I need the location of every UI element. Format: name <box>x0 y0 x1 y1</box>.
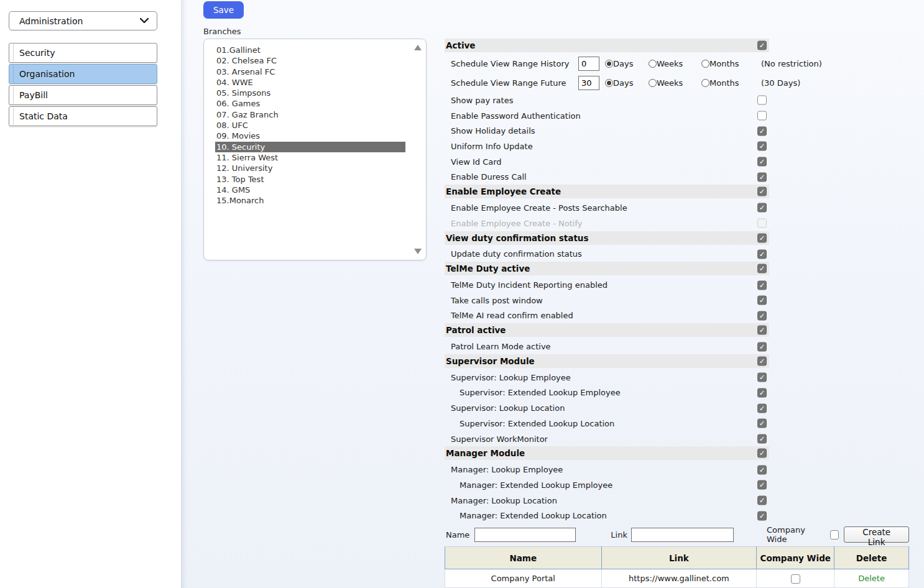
section-header-label: Manager Module <box>446 448 525 458</box>
scroll-up-icon[interactable] <box>414 45 422 50</box>
setting-label: Uniform Info Update <box>451 142 533 151</box>
setting-row: Supervisor: Extended Lookup Location <box>445 416 769 431</box>
link-name-cell: Company Portal <box>445 569 602 588</box>
radio-option-months: Months <box>701 59 739 68</box>
setting-checkbox[interactable] <box>757 511 767 520</box>
section-checkbox[interactable] <box>757 233 767 242</box>
delete-link[interactable]: Delete <box>858 574 885 583</box>
column-header-name: Name <box>445 547 602 569</box>
radio-label: Weeks <box>657 78 683 88</box>
section-checkbox[interactable] <box>757 187 767 196</box>
setting-checkbox[interactable] <box>757 296 767 305</box>
sidebar-item-static-data[interactable]: Static Data <box>9 106 157 126</box>
setting-label: Show pay rates <box>451 96 513 105</box>
module-dropdown[interactable]: Administration <box>9 11 157 30</box>
branch-list-item[interactable]: 13. Top Test <box>215 174 405 185</box>
setting-label: Enable Employee Create - Posts Searchabl… <box>451 203 627 213</box>
name-label: Name <box>446 530 469 540</box>
section-checkbox[interactable] <box>757 449 767 458</box>
setting-checkbox[interactable] <box>757 388 767 397</box>
setting-checkbox[interactable] <box>757 203 767 213</box>
setting-checkbox[interactable] <box>757 496 767 505</box>
setting-label: Supervisor: Extended Lookup Location <box>460 419 614 428</box>
sidebar-item-organisation[interactable]: Organisation <box>9 64 157 84</box>
branch-list-item[interactable]: 15.Monarch <box>215 195 405 206</box>
branch-list-item[interactable]: 01.Gallinet <box>215 45 405 55</box>
sidebar-item-security[interactable]: Security <box>9 43 157 63</box>
branch-list-item[interactable]: 05. Simpsons <box>215 88 405 98</box>
setting-checkbox[interactable] <box>757 142 767 151</box>
save-button[interactable]: Save <box>203 1 244 19</box>
setting-checkbox[interactable] <box>757 280 767 290</box>
setting-checkbox[interactable] <box>757 249 767 259</box>
setting-label: Update duty confirmation status <box>451 249 582 259</box>
branch-list-item[interactable]: 09. Movies <box>215 131 405 141</box>
branch-list-item[interactable]: 07. Gaz Branch <box>215 109 405 120</box>
setting-row: View Id Card <box>445 154 769 170</box>
setting-label: Patrol Learn Mode active <box>451 342 551 351</box>
setting-checkbox[interactable] <box>757 126 767 136</box>
setting-checkbox[interactable] <box>757 419 767 428</box>
radio-weeks[interactable] <box>649 79 657 87</box>
company-wide-cell <box>757 569 834 588</box>
branch-list-item[interactable]: 14. GMS <box>215 185 405 195</box>
link-input[interactable] <box>631 528 734 542</box>
section-checkbox[interactable] <box>757 264 767 273</box>
delete-cell: Delete <box>834 569 909 588</box>
setting-checkbox[interactable] <box>757 96 767 105</box>
setting-row: Supervisor: Lookup Employee <box>445 370 769 385</box>
setting-checkbox[interactable] <box>757 373 767 382</box>
setting-checkbox[interactable] <box>757 111 767 121</box>
section-checkbox[interactable] <box>757 356 767 365</box>
page: Administration SecurityOrganisationPayBi… <box>0 0 924 588</box>
range-value-input[interactable] <box>578 57 599 71</box>
setting-checkbox[interactable] <box>757 157 767 167</box>
setting-checkbox[interactable] <box>757 480 767 490</box>
setting-row: Enable Password Authentication <box>445 108 769 124</box>
branch-list-item[interactable]: 04. WWE <box>215 77 405 88</box>
setting-row: Enable Employee Create - Notify <box>445 216 769 231</box>
sidebar: Administration SecurityOrganisationPayBi… <box>0 0 180 588</box>
setting-label: Manager: Extended Lookup Employee <box>460 480 612 490</box>
branches-listbox[interactable]: 01.Gallinet02. Chelsea FC03. Arsenal FC0… <box>203 39 427 260</box>
setting-checkbox[interactable] <box>757 342 767 351</box>
branch-list-item[interactable]: 11. Sierra West <box>215 152 405 163</box>
links-table: Name Link Company Wide Delete Company Po… <box>445 546 909 588</box>
schedule-range-row: Schedule View Range FutureDaysWeeksMonth… <box>445 73 769 93</box>
branch-list-item[interactable]: 03. Arsenal FC <box>215 67 405 77</box>
range-value-input[interactable] <box>578 76 599 90</box>
section-header-label: TelMe Duty active <box>446 264 530 273</box>
setting-row: Manager: Extended Lookup Location <box>445 508 769 523</box>
section-header-row: Enable Employee Create <box>445 185 769 198</box>
setting-checkbox[interactable] <box>757 434 767 444</box>
name-input[interactable] <box>474 528 576 542</box>
radio-months[interactable] <box>701 60 709 68</box>
section-header-row: Active <box>445 39 769 52</box>
setting-label: Supervisor: Lookup Employee <box>451 373 571 382</box>
setting-row: TelMe Duty Incident Reporting enabled <box>445 277 769 293</box>
schedule-range-row: Schedule View Range HistoryDaysWeeksMont… <box>445 54 769 73</box>
setting-checkbox[interactable] <box>757 172 767 181</box>
branch-list-item[interactable]: 12. University <box>215 163 405 173</box>
radio-weeks[interactable] <box>649 60 657 68</box>
radio-months[interactable] <box>701 79 709 87</box>
setting-checkbox[interactable] <box>757 403 767 413</box>
section-checkbox[interactable] <box>757 326 767 335</box>
column-header-delete: Delete <box>834 547 909 569</box>
sidebar-item-paybill[interactable]: PayBill <box>9 85 157 105</box>
company-wide-row-checkbox[interactable] <box>791 574 800 584</box>
setting-checkbox[interactable] <box>757 311 767 320</box>
company-wide-label: Company Wide <box>767 525 826 544</box>
create-link-button[interactable]: Create Link <box>844 526 909 543</box>
section-checkbox[interactable] <box>757 41 767 50</box>
scroll-down-icon[interactable] <box>414 249 422 254</box>
branch-list-item[interactable]: 10. Security <box>215 142 405 152</box>
branch-list-item[interactable]: 08. UFC <box>215 120 405 131</box>
setting-checkbox[interactable] <box>757 465 767 474</box>
radio-days[interactable] <box>605 79 613 87</box>
branch-list-item[interactable]: 06. Games <box>215 98 405 109</box>
radio-days[interactable] <box>605 60 613 68</box>
branch-list-item[interactable]: 02. Chelsea FC <box>215 55 405 66</box>
company-wide-checkbox[interactable] <box>830 530 839 540</box>
setting-label: TelMe Duty Incident Reporting enabled <box>451 280 608 290</box>
